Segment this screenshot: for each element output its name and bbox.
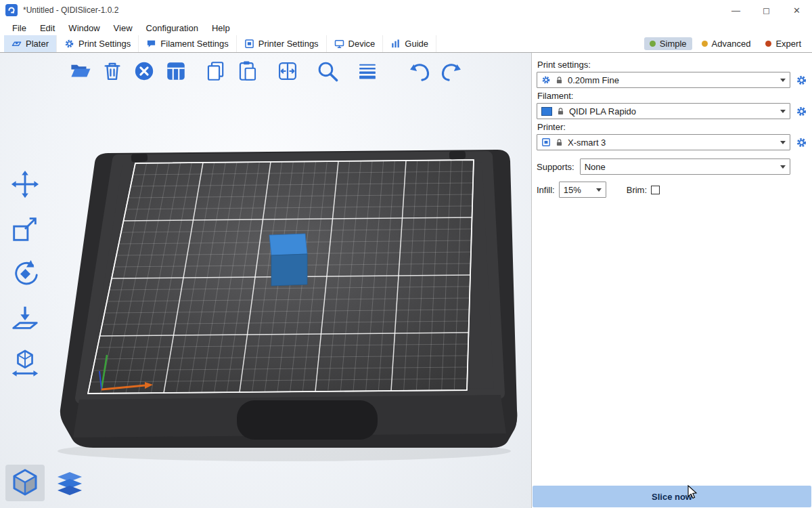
plater-icon xyxy=(12,39,22,49)
paste-icon xyxy=(236,60,259,83)
printer-label: Printer: xyxy=(537,122,809,132)
minimize-button[interactable]: — xyxy=(721,0,751,20)
lock-icon xyxy=(556,107,565,116)
redo-icon xyxy=(440,60,463,83)
menu-configuration[interactable]: Configuration xyxy=(139,23,205,33)
scale-icon xyxy=(9,213,41,245)
search-button[interactable] xyxy=(315,58,340,84)
maximize-button[interactable]: ◻ xyxy=(751,0,782,20)
viewport-3d[interactable] xyxy=(0,53,531,508)
filament-icon xyxy=(146,39,156,49)
advanced-mode-dot-icon xyxy=(702,41,708,47)
tab-plater[interactable]: Plater xyxy=(4,35,57,52)
arrange-icon xyxy=(164,60,187,83)
lock-icon xyxy=(555,138,564,147)
print-settings-value: 0.20mm Fine xyxy=(568,75,619,85)
tab-label: Plater xyxy=(26,39,49,49)
menu-edit[interactable]: Edit xyxy=(33,23,62,33)
delete-all-icon xyxy=(133,60,156,83)
tab-printer-settings[interactable]: Printer Settings xyxy=(237,35,327,52)
supports-label: Supports: xyxy=(537,162,574,172)
supports-combo[interactable]: None xyxy=(580,158,790,175)
filament-color-swatch xyxy=(541,107,552,116)
tab-label: Device xyxy=(348,39,376,49)
variable-layer-height-button[interactable] xyxy=(355,58,380,84)
rotate-tool-button[interactable] xyxy=(5,256,45,291)
delete-all-button[interactable] xyxy=(131,58,157,84)
place-on-face-tool-button[interactable] xyxy=(5,301,45,336)
menu-view[interactable]: View xyxy=(107,23,139,33)
chevron-down-icon xyxy=(780,165,786,169)
tab-label: Guide xyxy=(405,39,428,49)
printer-combo[interactable]: X-smart 3 xyxy=(537,134,790,150)
chevron-down-icon xyxy=(596,188,602,192)
mode-switcher: Simple Advanced Expert xyxy=(644,35,812,52)
lock-icon xyxy=(555,76,564,85)
tab-label: Print Settings xyxy=(78,39,131,49)
qidislicer-window: { "window": { "title": "*Untitled - QIDI… xyxy=(0,0,812,508)
simple-mode-dot-icon xyxy=(650,41,656,47)
guide-icon xyxy=(390,39,401,49)
mode-label: Advanced xyxy=(712,39,751,49)
print-settings-combo[interactable]: 0.20mm Fine xyxy=(537,72,790,88)
paste-button[interactable] xyxy=(235,58,261,84)
redo-button[interactable] xyxy=(438,58,464,84)
gear-icon xyxy=(541,75,551,85)
open-button[interactable] xyxy=(68,58,93,84)
menubar: File Edit Window View Configuration Help xyxy=(0,20,812,35)
mode-simple[interactable]: Simple xyxy=(644,37,692,50)
print-settings-gear-button[interactable] xyxy=(794,72,809,87)
undo-button[interactable] xyxy=(407,58,432,84)
layers-view-icon xyxy=(53,467,86,499)
printer-gear-button[interactable] xyxy=(794,135,809,150)
split-button[interactable] xyxy=(275,58,300,84)
window-controls: — ◻ ✕ xyxy=(721,0,812,20)
menu-window[interactable]: Window xyxy=(62,23,106,33)
bed-handle xyxy=(237,400,378,440)
scale-tool-button[interactable] xyxy=(5,211,45,247)
copy-icon xyxy=(204,60,227,83)
view-3d-button[interactable] xyxy=(5,465,45,501)
chevron-down-icon xyxy=(780,79,786,82)
search-icon xyxy=(316,60,339,83)
trash-icon xyxy=(101,60,124,83)
split-icon xyxy=(276,60,299,83)
slice-now-button[interactable]: Slice now xyxy=(533,486,811,507)
cube-view-icon xyxy=(9,467,41,499)
mode-advanced[interactable]: Advanced xyxy=(696,37,757,50)
close-button[interactable]: ✕ xyxy=(782,0,812,20)
measure-tool-button[interactable] xyxy=(5,345,45,381)
filament-combo[interactable]: QIDI PLA Rapido xyxy=(537,103,790,119)
model-cube xyxy=(269,234,307,286)
gear-icon xyxy=(796,106,807,117)
menu-file[interactable]: File xyxy=(5,23,33,33)
tab-guide[interactable]: Guide xyxy=(383,35,436,52)
mode-expert[interactable]: Expert xyxy=(760,37,807,50)
chevron-down-icon xyxy=(780,110,786,113)
filament-label: Filament: xyxy=(537,91,809,101)
device-icon xyxy=(334,39,344,49)
arrange-button[interactable] xyxy=(163,58,189,84)
sidebar: Print settings: 0.20mm Fine Filament: QI… xyxy=(531,53,812,508)
tab-filament-settings[interactable]: Filament Settings xyxy=(139,35,236,52)
viewport-toolbar xyxy=(0,58,531,84)
tab-device[interactable]: Device xyxy=(327,35,384,52)
supports-value: None xyxy=(585,162,606,172)
infill-combo[interactable]: 15% xyxy=(559,182,606,198)
delete-button[interactable] xyxy=(99,58,125,84)
brim-checkbox[interactable] xyxy=(651,186,660,194)
filament-value: QIDI PLA Rapido xyxy=(569,106,636,117)
menu-help[interactable]: Help xyxy=(205,23,237,33)
place-on-face-icon xyxy=(9,303,41,334)
brim-label: Brim: xyxy=(627,185,647,195)
app-logo-icon xyxy=(5,4,18,16)
tab-print-settings[interactable]: Print Settings xyxy=(57,35,139,52)
measure-icon xyxy=(9,347,41,379)
view-switcher xyxy=(5,465,89,501)
view-layers-button[interactable] xyxy=(50,465,89,501)
printer-value: X-smart 3 xyxy=(568,137,606,148)
filament-gear-button[interactable] xyxy=(794,104,809,119)
folder-open-icon xyxy=(69,60,92,83)
copy-button[interactable] xyxy=(203,58,229,84)
move-tool-button[interactable] xyxy=(5,167,45,202)
